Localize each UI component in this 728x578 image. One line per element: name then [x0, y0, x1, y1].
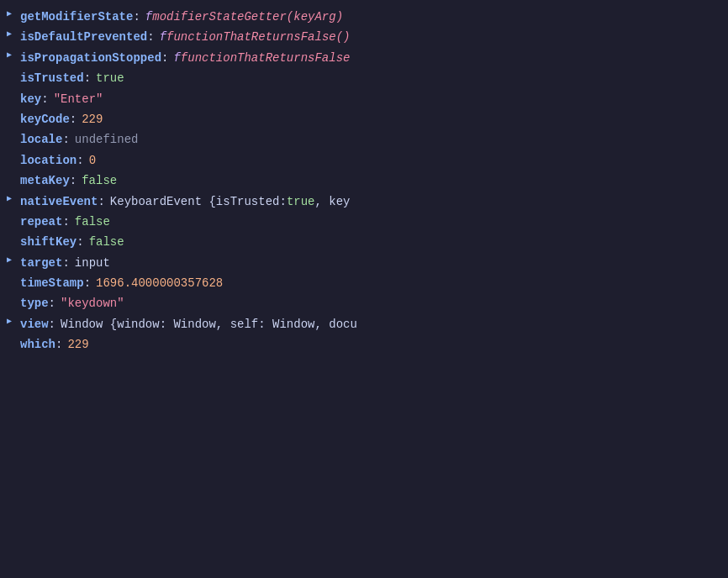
property-key: view — [20, 315, 49, 334]
colon-separator: : — [70, 171, 76, 190]
colon-separator: : — [70, 110, 76, 129]
colon-separator: : — [133, 8, 140, 26]
console-line: ▶nativeEvent: KeyboardEvent {isTrusted: … — [0, 192, 728, 212]
property-key: which — [20, 335, 55, 354]
property-key: nativeEvent — [20, 192, 98, 211]
property-value: modifierStateGetter(keyArg) — [152, 8, 343, 26]
colon-separator: : — [161, 49, 168, 67]
console-line: repeat: false — [0, 212, 728, 232]
expand-arrow-icon[interactable]: ▶ — [7, 49, 17, 62]
property-value: , key — [314, 192, 350, 211]
console-line: which: 229 — [0, 334, 728, 355]
expand-arrow-icon[interactable]: ▶ — [7, 315, 17, 328]
console-line: location: 0 — [0, 150, 728, 171]
console-line: ▶view: Window {window: Window, self: Win… — [0, 314, 728, 334]
console-line: ▶getModifierState: f modifierStateGetter… — [0, 7, 728, 27]
property-value: f — [173, 49, 180, 67]
property-key: key — [20, 90, 41, 108]
property-value: KeyboardEvent {isTrusted: — [110, 192, 287, 211]
colon-separator: : — [55, 335, 62, 354]
colon-separator: : — [49, 315, 55, 334]
property-key: shiftKey — [20, 233, 76, 251]
property-value: true — [96, 69, 124, 87]
property-value: 1696.4000000357628 — [96, 274, 223, 292]
property-value: f — [160, 28, 166, 46]
property-key: getModifierState — [20, 8, 133, 26]
property-value: "Enter" — [54, 90, 103, 108]
console-line: keyCode: 229 — [0, 109, 728, 129]
property-value: functionThatReturnsFalse() — [166, 28, 350, 46]
colon-separator: : — [84, 274, 91, 292]
property-value: false — [75, 213, 110, 231]
property-value: f — [145, 8, 152, 26]
colon-separator: : — [84, 69, 91, 87]
console-line: ▶isDefaultPrevented: f functionThatRetur… — [0, 27, 728, 47]
property-key: keyCode — [20, 110, 70, 129]
console-line: metaKey: false — [0, 171, 728, 191]
colon-separator: : — [147, 28, 154, 46]
colon-separator: : — [49, 294, 55, 313]
property-value: "keydown" — [61, 294, 124, 313]
expand-arrow-icon[interactable]: ▶ — [7, 192, 17, 206]
property-value: 229 — [67, 335, 88, 354]
property-key: isPropagationStopped — [20, 49, 161, 67]
console-line: type: "keydown" — [0, 293, 728, 313]
expand-arrow-icon[interactable]: ▶ — [7, 254, 17, 267]
expand-arrow-icon[interactable]: ▶ — [7, 28, 17, 41]
expand-arrow-icon[interactable]: ▶ — [7, 8, 17, 21]
console-line: ▶target: input — [0, 253, 728, 273]
colon-separator: : — [62, 130, 69, 149]
property-key: metaKey — [20, 171, 70, 190]
colon-separator: : — [62, 254, 69, 272]
property-value: Window {window: Window, self: Window, do… — [61, 315, 357, 334]
property-value: false — [82, 171, 117, 190]
colon-separator: : — [41, 90, 48, 108]
property-key: isDefaultPrevented — [20, 28, 147, 46]
property-key: locale — [20, 130, 62, 149]
property-value: 229 — [82, 110, 103, 129]
console-line: ▶isPropagationStopped: f functionThatRet… — [0, 48, 728, 68]
console-line: isTrusted: true — [0, 68, 728, 88]
console-line: shiftKey: false — [0, 232, 728, 252]
property-key: type — [20, 294, 49, 313]
property-key: isTrusted — [20, 69, 84, 87]
property-key: repeat — [20, 213, 62, 231]
property-value: 0 — [89, 151, 96, 170]
property-value: false — [89, 233, 124, 251]
colon-separator: : — [76, 151, 83, 170]
colon-separator: : — [76, 233, 83, 251]
colon-separator: : — [98, 192, 104, 211]
property-key: target — [20, 254, 62, 272]
property-value: functionThatReturnsFalse — [181, 49, 351, 67]
console-line: key: "Enter" — [0, 89, 728, 109]
console-output: ▶getModifierState: f modifierStateGetter… — [0, 0, 728, 578]
property-value: undefined — [75, 130, 139, 149]
console-line: locale: undefined — [0, 129, 728, 150]
property-key: timeStamp — [20, 274, 84, 292]
property-value: input — [75, 254, 110, 272]
property-key: location — [20, 151, 76, 170]
console-line: timeStamp: 1696.4000000357628 — [0, 273, 728, 293]
colon-separator: : — [62, 213, 69, 231]
property-value: true — [287, 192, 315, 211]
